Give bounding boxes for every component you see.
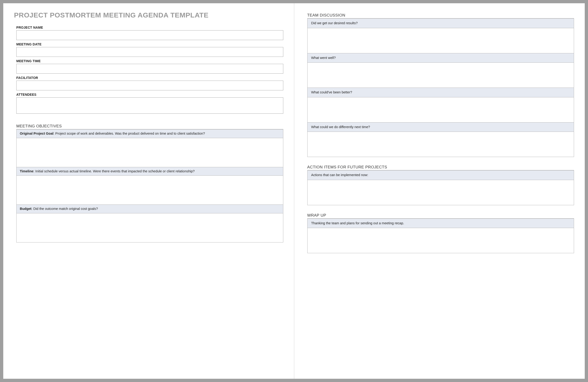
discussion-input-better[interactable]	[307, 97, 574, 123]
wrapup-prompt-thanks: Thanking the team and plans for sending …	[307, 218, 574, 228]
discussion-prompt-differently: What could we do differently next time?	[307, 123, 574, 132]
objective-prompt-timeline: Timeline: Initial schedule versus actual…	[16, 167, 283, 176]
input-facilitator[interactable]	[16, 81, 283, 90]
label-meeting-date: MEETING DATE	[16, 42, 283, 46]
section-team-discussion: TEAM DISCUSSION Did we get our desired r…	[307, 13, 574, 157]
field-meeting-date: MEETING DATE	[16, 42, 283, 57]
section-action-items: ACTION ITEMS FOR FUTURE PROJECTS Actions…	[307, 165, 574, 205]
discussion-input-results[interactable]	[307, 28, 574, 53]
objective-text-goal: : Project scope of work and deliverables…	[53, 132, 205, 135]
left-column: PROJECT POSTMORTEM MEETING AGENDA TEMPLA…	[3, 3, 294, 379]
input-project-name[interactable]	[16, 30, 283, 40]
section-meeting-objectives: MEETING OBJECTIVES Original Project Goal…	[16, 124, 283, 242]
input-meeting-time[interactable]	[16, 64, 283, 74]
objective-bold-budget: Budget	[20, 207, 31, 211]
objective-bold-timeline: Timeline	[20, 169, 34, 173]
action-prompt-now: Actions that can be implemented now:	[307, 170, 574, 180]
discussion-input-differently[interactable]	[307, 132, 574, 157]
objective-input-budget[interactable]	[16, 213, 283, 242]
objective-text-timeline: : Initial schedule versus actual timelin…	[34, 169, 195, 173]
label-attendees: ATTENDEES	[16, 93, 283, 96]
label-facilitator: FACILITATOR	[16, 76, 283, 80]
heading-action-items: ACTION ITEMS FOR FUTURE PROJECTS	[307, 165, 574, 170]
document-title: PROJECT POSTMORTEM MEETING AGENDA TEMPLA…	[14, 11, 283, 19]
field-facilitator: FACILITATOR	[16, 76, 283, 90]
objective-prompt-budget: Budget: Did the outcome match original c…	[16, 205, 283, 213]
heading-wrap-up: WRAP UP	[307, 213, 574, 218]
input-attendees[interactable]	[16, 97, 283, 114]
discussion-input-well[interactable]	[307, 63, 574, 88]
heading-meeting-objectives: MEETING OBJECTIVES	[16, 124, 283, 129]
objective-prompt-goal: Original Project Goal: Project scope of …	[16, 129, 283, 138]
right-column: TEAM DISCUSSION Did we get our desired r…	[294, 3, 585, 379]
section-wrap-up: WRAP UP Thanking the team and plans for …	[307, 213, 574, 254]
label-project-name: PROJECT NAME	[16, 26, 283, 29]
field-meeting-time: MEETING TIME	[16, 59, 283, 74]
field-attendees: ATTENDEES	[16, 93, 283, 114]
document-sheet: PROJECT POSTMORTEM MEETING AGENDA TEMPLA…	[3, 3, 585, 379]
heading-team-discussion: TEAM DISCUSSION	[307, 13, 574, 18]
discussion-prompt-results: Did we get our desired results?	[307, 18, 574, 28]
objective-input-goal[interactable]	[16, 138, 283, 167]
discussion-prompt-well: What went well?	[307, 53, 574, 63]
wrapup-input-thanks[interactable]	[307, 228, 574, 253]
field-project-name: PROJECT NAME	[16, 26, 283, 40]
objective-text-budget: : Did the outcome match original cost go…	[31, 207, 98, 211]
action-input-now[interactable]	[307, 180, 574, 205]
objective-input-timeline[interactable]	[16, 176, 283, 205]
discussion-prompt-better: What could've been better?	[307, 88, 574, 97]
input-meeting-date[interactable]	[16, 47, 283, 57]
objective-bold-goal: Original Project Goal	[20, 132, 53, 135]
label-meeting-time: MEETING TIME	[16, 59, 283, 63]
